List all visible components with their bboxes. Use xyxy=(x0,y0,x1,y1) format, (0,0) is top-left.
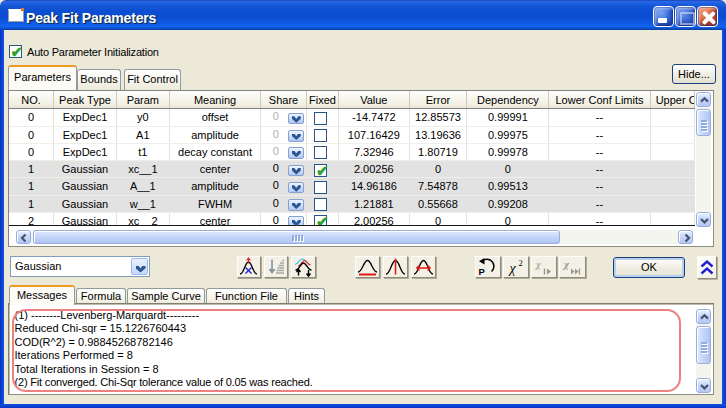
svg-text:χ: χ xyxy=(562,258,570,270)
svg-text:P: P xyxy=(479,266,486,277)
svg-text:χ: χ xyxy=(535,259,541,270)
svg-text:2: 2 xyxy=(519,258,523,268)
svg-text:χ: χ xyxy=(508,261,517,276)
